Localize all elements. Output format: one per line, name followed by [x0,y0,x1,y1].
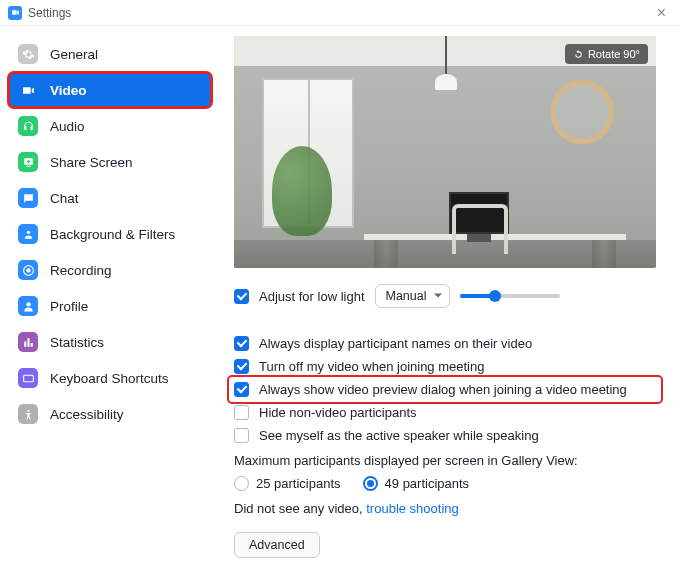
sidebar-item-label: Statistics [50,335,104,350]
adjust-low-light-label: Adjust for low light [259,289,365,304]
turn-off-video-checkbox[interactable] [234,359,249,374]
rotate-icon [573,49,584,60]
radio-25-label: 25 participants [256,476,341,491]
advanced-button[interactable]: Advanced [234,532,320,558]
gallery-radio-group: 25 participants 49 participants [234,472,656,495]
hide-nonvideo-label: Hide non-video participants [259,405,417,420]
see-myself-checkbox[interactable] [234,428,249,443]
sidebar-item-video[interactable]: Video [8,72,212,108]
headphones-icon [18,116,38,136]
sidebar-item-label: Accessibility [50,407,124,422]
option-turn-off-video: Turn off my video when joining meeting [234,355,656,378]
option-display-names: Always display participant names on thei… [234,332,656,355]
hint-prefix: Did not see any video, [234,501,366,516]
radio-25-participants[interactable]: 25 participants [234,476,341,491]
rotate-90-button[interactable]: Rotate 90° [565,44,648,64]
low-light-slider[interactable] [460,294,560,298]
radio-dot-icon [363,476,378,491]
statistics-icon [18,332,38,352]
svg-point-0 [26,230,29,233]
sidebar-item-label: Background & Filters [50,227,175,242]
turn-off-video-label: Turn off my video when joining meeting [259,359,484,374]
svg-point-2 [26,268,30,272]
sidebar-item-label: General [50,47,98,62]
zoom-icon [11,8,20,17]
troubleshoot-link[interactable]: trouble shooting [366,501,459,516]
option-hide-nonvideo: Hide non-video participants [234,401,656,424]
sidebar-item-chat[interactable]: Chat [0,180,220,216]
recording-icon [18,260,38,280]
profile-icon [18,296,38,316]
sidebar-item-label: Chat [50,191,79,206]
app-icon [8,6,22,20]
share-screen-icon [18,152,38,172]
svg-point-5 [27,409,29,411]
video-icon [18,80,38,100]
titlebar-left: Settings [8,6,71,20]
show-preview-checkbox[interactable] [234,382,249,397]
show-preview-label: Always show video preview dialog when jo… [259,382,627,397]
video-preview: Rotate 90° [234,36,656,268]
sidebar-item-label: Audio [50,119,85,134]
accessibility-icon [18,404,38,424]
advanced-label: Advanced [249,538,305,552]
sidebar-item-label: Video [50,83,87,98]
settings-main: Rotate 90° Adjust for low light Manual A… [220,26,680,561]
sidebar-item-background-filters[interactable]: Background & Filters [0,216,220,252]
sidebar-item-label: Share Screen [50,155,133,170]
see-myself-label: See myself as the active speaker while s… [259,428,539,443]
sidebar-item-profile[interactable]: Profile [0,288,220,324]
rotate-label: Rotate 90° [588,48,640,60]
option-show-preview-dialog: Always show video preview dialog when jo… [230,378,660,401]
low-light-mode-value: Manual [386,289,427,303]
gallery-view-label: Maximum participants displayed per scree… [234,447,656,472]
video-options: Always display participant names on thei… [234,332,656,558]
radio-49-participants[interactable]: 49 participants [363,476,470,491]
sidebar-item-keyboard-shortcuts[interactable]: Keyboard Shortcuts [0,360,220,396]
troubleshoot-hint: Did not see any video, trouble shooting [234,495,656,522]
chat-icon [18,188,38,208]
sidebar-item-label: Recording [50,263,112,278]
background-filters-icon [18,224,38,244]
settings-sidebar: General Video Audio Share Screen Chat Ba… [0,26,220,561]
keyboard-icon [18,368,38,388]
titlebar: Settings × [0,0,680,26]
low-light-mode-select[interactable]: Manual [375,284,450,308]
radio-49-label: 49 participants [385,476,470,491]
sidebar-item-accessibility[interactable]: Accessibility [0,396,220,432]
sidebar-item-statistics[interactable]: Statistics [0,324,220,360]
option-see-myself: See myself as the active speaker while s… [234,424,656,447]
adjust-low-light-checkbox[interactable] [234,289,249,304]
slider-thumb[interactable] [489,290,501,302]
radio-dot-icon [234,476,249,491]
sidebar-item-audio[interactable]: Audio [0,108,220,144]
sidebar-item-label: Profile [50,299,88,314]
gear-icon [18,44,38,64]
sidebar-item-share-screen[interactable]: Share Screen [0,144,220,180]
display-names-checkbox[interactable] [234,336,249,351]
sidebar-item-recording[interactable]: Recording [0,252,220,288]
hide-nonvideo-checkbox[interactable] [234,405,249,420]
adjust-low-light-row: Adjust for low light Manual [234,284,656,308]
sidebar-item-general[interactable]: General [0,36,220,72]
display-names-label: Always display participant names on thei… [259,336,532,351]
close-button[interactable]: × [651,4,672,22]
svg-point-3 [26,302,30,306]
svg-rect-4 [23,375,33,382]
window-title: Settings [28,6,71,20]
sidebar-item-label: Keyboard Shortcuts [50,371,169,386]
